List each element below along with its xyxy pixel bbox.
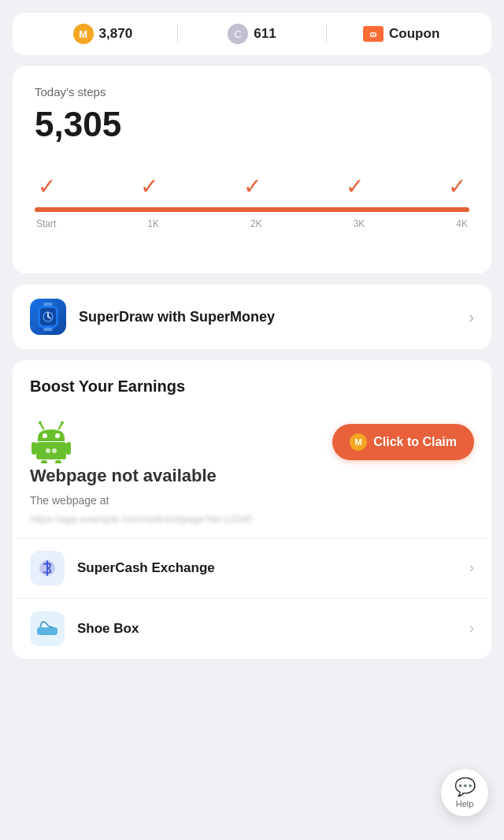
coupon-label: Coupon — [389, 26, 439, 42]
crystals-stat: C 611 — [178, 24, 327, 44]
svg-point-14 — [46, 448, 50, 453]
webpage-url: https://app.example.com/redirect/page?id… — [30, 513, 252, 525]
coin-value: 3,870 — [99, 26, 133, 42]
steps-count: 5,305 — [35, 105, 469, 144]
boost-title: Boost Your Earnings — [13, 377, 491, 408]
shoebox-item[interactable]: Shoe Box › — [13, 599, 491, 659]
progress-section: ✓ ✓ ✓ ✓ ✓ Start 1K 2K 3K 4K — [35, 176, 469, 251]
milestone-start: Start — [36, 218, 56, 229]
svg-rect-0 — [43, 303, 53, 306]
svg-rect-13 — [36, 442, 66, 459]
checkmark-2: ✓ — [140, 176, 158, 198]
supercash-icon — [30, 551, 65, 585]
checkmark-3: ✓ — [243, 176, 261, 198]
svg-point-12 — [55, 433, 60, 438]
android-robot-icon — [30, 421, 69, 455]
shoebox-chevron: › — [469, 620, 474, 637]
svg-rect-17 — [55, 460, 61, 463]
boost-webpage-item: M Click to Claim — [13, 408, 491, 538]
steps-card: Today's steps 5,305 ✓ ✓ ✓ ✓ ✓ Start 1K 2… — [13, 66, 491, 273]
superdraw-label: SuperDraw with SuperMoney — [79, 309, 456, 325]
checkmarks-row: ✓ ✓ ✓ ✓ ✓ — [35, 176, 469, 198]
svg-point-10 — [61, 422, 64, 425]
supercash-item[interactable]: SuperCash Exchange › — [13, 538, 491, 599]
claim-btn-label: Click to Claim — [373, 435, 457, 449]
svg-rect-1 — [43, 328, 53, 331]
help-icon: 💬 — [454, 777, 476, 797]
help-button[interactable]: 💬 Help — [441, 769, 488, 816]
webpage-title: Webpage not available — [30, 465, 217, 488]
webpage-subtitle: The webpage at — [30, 494, 109, 507]
superdraw-icon — [30, 299, 66, 335]
progress-bar-fill — [35, 207, 469, 212]
stats-bar: M 3,870 C 611 🎟 Coupon — [13, 13, 491, 55]
crystal-value: 611 — [254, 26, 276, 42]
milestone-3k: 3K — [354, 218, 365, 229]
coupon-stat[interactable]: 🎟 Coupon — [327, 26, 476, 42]
svg-point-15 — [52, 448, 57, 453]
superdraw-banner[interactable]: SuperDraw with SuperMoney › — [13, 284, 491, 349]
checkmark-1: ✓ — [38, 176, 56, 198]
help-label: Help — [456, 799, 474, 808]
supercash-chevron: › — [469, 559, 474, 576]
claim-coin-icon: M — [350, 433, 367, 451]
boost-section: Boost Your Earnings M Click to Claim — [13, 360, 491, 659]
progress-bar-container — [35, 207, 469, 212]
shoebox-label: Shoe Box — [77, 621, 457, 637]
supercash-label: SuperCash Exchange — [77, 560, 457, 576]
svg-rect-16 — [41, 460, 47, 463]
milestone-1k: 1K — [147, 218, 159, 229]
milestones-row: Start 1K 2K 3K 4K — [35, 218, 469, 229]
superdraw-chevron: › — [469, 308, 474, 326]
svg-point-11 — [43, 433, 47, 438]
steps-label: Today's steps — [35, 85, 469, 98]
svg-rect-18 — [32, 442, 36, 455]
checkmark-5: ✓ — [448, 176, 466, 198]
crystal-icon: C — [228, 24, 248, 44]
milestone-2k: 2K — [250, 218, 262, 229]
svg-rect-19 — [66, 442, 71, 455]
claim-button[interactable]: M Click to Claim — [332, 424, 474, 460]
checkmark-4: ✓ — [346, 176, 364, 198]
svg-rect-21 — [37, 627, 57, 635]
svg-point-8 — [39, 422, 42, 425]
coins-stat: M 3,870 — [28, 24, 177, 44]
milestone-4k: 4K — [456, 218, 468, 229]
coin-icon: M — [73, 24, 94, 44]
shoebox-icon — [30, 611, 65, 646]
coupon-icon: 🎟 — [363, 26, 384, 42]
